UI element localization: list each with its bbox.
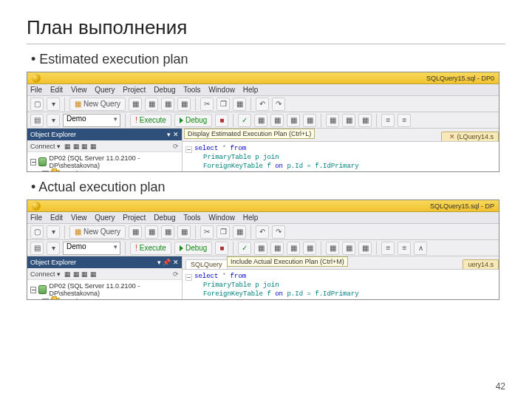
connect-button[interactable]: Connect ▾ [30, 270, 61, 278]
tb-icon[interactable]: ▦ [270, 114, 284, 127]
execute-button[interactable]: !Execute [130, 114, 171, 127]
menu-query[interactable]: Query [95, 214, 115, 222]
debug-button[interactable]: Debug [174, 114, 212, 127]
fold-icon[interactable] [185, 146, 192, 153]
menu-window[interactable]: Window [208, 86, 235, 94]
server-node[interactable]: DP02 (SQL Server 11.0.2100 - DP\shestako… [49, 154, 179, 169]
menu-window[interactable]: Window [208, 214, 235, 222]
database-selector[interactable]: Demo [63, 242, 120, 255]
stop-icon[interactable]: ■ [215, 114, 228, 127]
close-icon[interactable]: ▾ 📌 ✕ [157, 256, 179, 268]
new-query-button[interactable]: ▦New Query [69, 98, 126, 111]
menu-edit[interactable]: Edit [50, 86, 63, 94]
menu-edit[interactable]: Edit [50, 214, 63, 222]
open-icon[interactable]: ▾ [47, 98, 60, 111]
refresh-icon[interactable]: ⟳ [173, 268, 179, 280]
collapse-icon[interactable] [30, 287, 36, 293]
tb-icon[interactable]: ▦ [342, 242, 355, 255]
databases-node[interactable]: Databases [62, 298, 94, 300]
tb-icon[interactable]: ▾ [47, 114, 60, 127]
connect-button[interactable]: Connect ▾ [30, 143, 61, 150]
window-title: SQLQuery15.sql - DP [430, 202, 494, 210]
menu-help[interactable]: Help [243, 214, 259, 222]
open-icon[interactable]: ▾ [47, 225, 60, 239]
debug-button[interactable]: Debug [174, 242, 212, 255]
fold-icon[interactable] [185, 274, 192, 281]
databases-node[interactable]: Databases [62, 170, 94, 172]
new-file-icon[interactable]: ▢ [30, 98, 44, 111]
tb-icon[interactable]: ▦ [270, 242, 284, 255]
undo-icon[interactable]: ↶ [256, 225, 269, 239]
pin-icon[interactable]: ⟳ [173, 140, 179, 152]
tb-icon[interactable]: ▦ [287, 242, 300, 255]
tb-icon[interactable]: ▤ [30, 114, 44, 127]
parse-icon[interactable]: ✓ [238, 114, 251, 127]
menu-view[interactable]: View [71, 86, 87, 94]
paste-icon[interactable]: ▦ [233, 98, 246, 111]
sql-editor[interactable]: select * from PrimaryTable p join Foreig… [183, 142, 499, 172]
tb-icon[interactable]: ≡ [381, 242, 395, 255]
tb-icon[interactable]: ▦ [177, 225, 191, 239]
cut-icon[interactable]: ✂ [200, 225, 214, 239]
tb-icon[interactable]: ▦ [358, 242, 372, 255]
database-selector[interactable]: Demo [63, 114, 120, 127]
menu-query[interactable]: Query [95, 86, 115, 94]
tb-icon[interactable]: ≡ [381, 114, 395, 127]
tb-icon[interactable]: ≡ [398, 114, 411, 127]
estimated-plan-icon[interactable]: ▦ [254, 242, 267, 255]
menu-tools[interactable]: Tools [183, 214, 200, 222]
redo-icon[interactable]: ↷ [272, 98, 285, 111]
menu-help[interactable]: Help [243, 86, 259, 94]
estimated-plan-icon[interactable]: ▦ [254, 114, 267, 127]
collapse-icon[interactable] [30, 159, 36, 166]
collapse-icon[interactable] [42, 171, 49, 173]
execute-button[interactable]: !Execute [130, 242, 171, 255]
tb-icon[interactable]: ▦ [145, 225, 158, 239]
menu-debug[interactable]: Debug [154, 214, 175, 222]
tab-active[interactable]: SQLQuery [185, 259, 228, 269]
tb-icon[interactable]: ▤ [30, 242, 44, 255]
server-node[interactable]: DP02 (SQL Server 11.0.2100 - DP\shestako… [49, 282, 179, 297]
collapse-icon[interactable] [42, 299, 49, 301]
menu-tools[interactable]: Tools [183, 86, 200, 94]
tb-icon[interactable]: ▦ [161, 98, 174, 111]
actual-plan-icon[interactable]: ▦ [303, 114, 316, 127]
stop-icon[interactable]: ■ [215, 242, 228, 255]
sql-editor[interactable]: select * from PrimaryTable p join Foreig… [183, 270, 499, 300]
tb-icon[interactable]: ▦ [129, 98, 142, 111]
copy-icon[interactable]: ❐ [216, 225, 230, 239]
menu-debug[interactable]: Debug [154, 86, 175, 94]
tab-close-icon[interactable]: ✕ [449, 133, 455, 140]
redo-icon[interactable]: ↷ [272, 225, 285, 239]
copy-icon[interactable]: ❐ [216, 98, 230, 111]
tb-icon[interactable]: ▦ [326, 114, 339, 127]
actual-plan-icon[interactable]: ▦ [303, 242, 316, 255]
menu-project[interactable]: Project [123, 214, 146, 222]
tb-icon[interactable]: ▦ [287, 114, 300, 127]
tb-icon[interactable]: ▦ [145, 98, 158, 111]
paste-icon[interactable]: ▦ [233, 225, 246, 239]
tab-other[interactable]: uery14.s [463, 259, 499, 269]
tb-icon[interactable]: ▦ [358, 114, 372, 127]
tb-icon[interactable]: ▦ [326, 242, 339, 255]
tb-icon[interactable]: ≡ [398, 242, 411, 255]
tb-icon[interactable]: ▦ [342, 114, 355, 127]
tb-icon[interactable]: ▦ [177, 98, 191, 111]
new-file-icon[interactable]: ▢ [30, 225, 44, 239]
new-query-button[interactable]: ▦New Query [69, 225, 126, 239]
ssms-icon [32, 74, 41, 83]
menu-view[interactable]: View [71, 214, 87, 222]
menu-file[interactable]: File [30, 214, 42, 222]
cut-icon[interactable]: ✂ [200, 98, 214, 111]
tb-icon[interactable]: ▦ [161, 225, 174, 239]
tab-other[interactable]: ✕ (LQuery14.s [441, 132, 499, 141]
tb-icon[interactable]: ▦ [129, 225, 142, 239]
tb-icon[interactable]: ∧ [414, 242, 427, 255]
window-titlebar: SQLQuery15.sql - DP0 [27, 72, 499, 84]
menu-project[interactable]: Project [123, 86, 146, 94]
undo-icon[interactable]: ↶ [256, 98, 269, 111]
tb-icon[interactable]: ▾ [47, 242, 60, 255]
parse-icon[interactable]: ✓ [238, 242, 251, 255]
close-icon[interactable]: ▾ ✕ [167, 129, 179, 140]
menu-file[interactable]: File [30, 86, 42, 94]
